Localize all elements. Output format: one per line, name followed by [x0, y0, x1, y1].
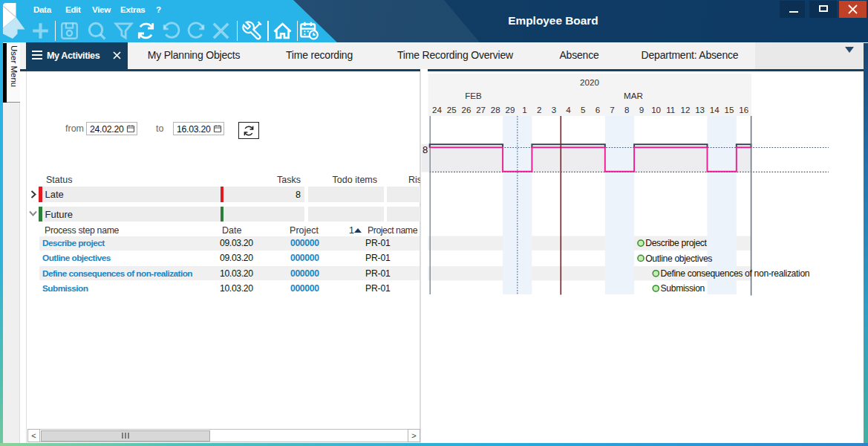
- svg-text:1: 1: [522, 105, 526, 114]
- svg-text:Describe project: Describe project: [645, 238, 707, 248]
- svg-text:3: 3: [552, 105, 556, 114]
- svg-text:10: 10: [651, 105, 661, 114]
- svg-text:6: 6: [595, 105, 600, 114]
- svg-text:8: 8: [422, 144, 428, 155]
- svg-text:4: 4: [566, 105, 571, 114]
- svg-text:13: 13: [695, 105, 705, 114]
- svg-text:12: 12: [681, 105, 691, 114]
- svg-text:24: 24: [432, 105, 442, 114]
- svg-text:Define consequences of non-rea: Define consequences of non-realization: [661, 268, 810, 279]
- svg-text:28: 28: [491, 105, 500, 114]
- svg-text:2020: 2020: [580, 77, 599, 87]
- svg-text:16: 16: [739, 105, 748, 114]
- svg-text:11: 11: [666, 105, 675, 114]
- svg-text:FEB: FEB: [465, 91, 482, 100]
- svg-text:MAR: MAR: [624, 91, 643, 100]
- svg-text:9: 9: [639, 105, 644, 114]
- svg-text:8: 8: [624, 105, 629, 114]
- svg-text:25: 25: [447, 105, 457, 114]
- svg-text:26: 26: [461, 105, 471, 114]
- svg-text:Outline objectives: Outline objectives: [645, 253, 712, 264]
- svg-text:5: 5: [581, 105, 585, 114]
- svg-text:Submission: Submission: [661, 283, 705, 294]
- svg-text:29: 29: [505, 105, 515, 114]
- svg-text:7: 7: [610, 105, 614, 114]
- svg-text:27: 27: [476, 105, 486, 114]
- svg-text:2: 2: [537, 105, 541, 114]
- svg-text:15: 15: [725, 105, 734, 114]
- svg-text:14: 14: [710, 105, 719, 114]
